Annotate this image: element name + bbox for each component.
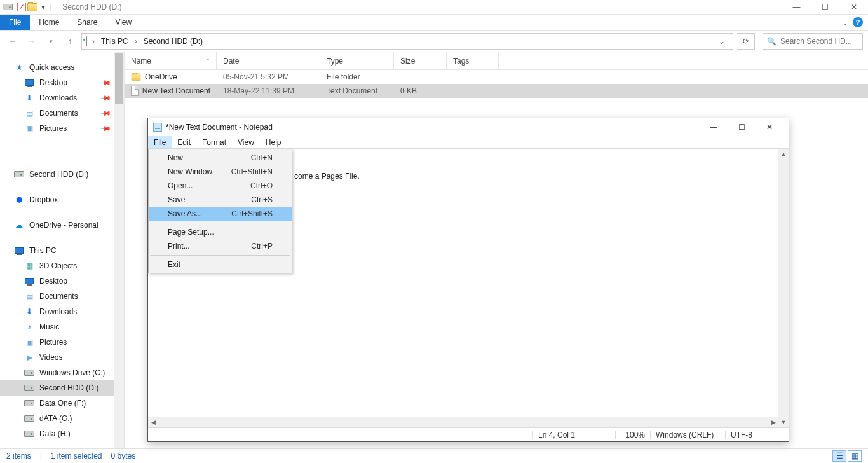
nav-label: Second HDD (D:) [29,170,88,179]
address-bar[interactable]: › This PC › Second HDD (D:) ⌄ [81,33,733,50]
column-size[interactable]: Size [394,52,447,69]
nav-label: Downloads [39,307,77,316]
nav-desktop-2[interactable]: Desktop [0,273,124,289]
menu-help[interactable]: Help [260,136,287,148]
nav-dropbox[interactable]: ⬢Dropbox [0,192,124,207]
file-row[interactable]: OneDrive 05-Nov-21 5:32 PM File folder [125,70,868,84]
refresh-button[interactable]: ⟳ [737,33,755,50]
ribbon: File Home Share View ⌄ ? [0,15,868,31]
menu-edit[interactable]: Edit [172,136,196,148]
drive-icon [14,169,24,179]
file-name: New Text Document [142,86,210,95]
scroll-left-icon[interactable]: ◀ [148,417,158,427]
folder-icon[interactable] [27,2,37,12]
nav-documents[interactable]: ▤Documents📌 [0,106,124,121]
nav-downloads-2[interactable]: ⬇Downloads [0,304,124,319]
chevron-right-icon[interactable]: › [132,37,140,46]
nav-pictures-2[interactable]: ▣Pictures [0,335,124,350]
pin-icon: 📌 [99,76,111,88]
nav-label: Documents [39,292,78,301]
address-dropdown-icon[interactable]: ⌄ [719,37,729,46]
close-button[interactable]: ✕ [839,0,868,15]
notepad-close-button[interactable]: ✕ [756,118,783,136]
scrollbar-thumb[interactable] [115,53,123,104]
nav-windows-drive[interactable]: Windows Drive (C:) [0,365,124,380]
scroll-down-icon[interactable]: ▼ [778,417,789,427]
ribbon-tab-view[interactable]: View [106,15,140,30]
nav-label: This PC [29,246,57,255]
drive-icon [3,2,13,12]
scroll-right-icon[interactable]: ▶ [768,417,778,427]
dropbox-icon: ⬢ [14,195,24,205]
chevron-right-icon[interactable]: › [90,37,97,46]
notepad-minimize-button[interactable]: — [700,118,728,136]
file-date: 05-Nov-21 5:32 PM [217,73,320,81]
notepad-content: come a Pages File. [153,153,783,181]
column-type[interactable]: Type [320,52,394,69]
help-icon[interactable]: ? [853,17,863,27]
desktop-icon [24,78,34,88]
explorer-titlebar: | ✓ ▾ | Second HDD (D:) — ☐ ✕ [0,0,868,15]
file-row[interactable]: New Text Document 18-May-22 11:39 PM Tex… [125,84,868,98]
vertical-scrollbar[interactable]: ▲▼ [778,149,789,427]
menu-view[interactable]: View [232,136,260,148]
nav-data-h[interactable]: Data (H:) [0,426,124,441]
up-button[interactable]: ↑ [62,34,78,49]
nav-quick-access[interactable]: ★Quick access [0,60,124,75]
nav-videos[interactable]: ▶Videos [0,350,124,365]
nav-label: Downloads [39,93,77,102]
nav-label: Windows Drive (C:) [39,368,105,377]
nav-music[interactable]: ♪Music [0,319,124,335]
nav-data-g[interactable]: dATA (G:) [0,411,124,426]
scroll-up-icon[interactable]: ▲ [778,149,789,159]
checkbox-icon[interactable]: ✓ [17,3,26,11]
drive-icon [24,429,34,439]
ribbon-tab-home[interactable]: Home [30,15,68,30]
nav-documents-2[interactable]: ▤Documents [0,289,124,304]
menu-file[interactable]: File [148,136,172,148]
nav-onedrive[interactable]: ☁OneDrive - Personal [0,218,124,233]
nav-label: dATA (G:) [39,414,72,423]
notepad-menubar: File Edit Format View Help NewCtrl+N New… [148,136,789,149]
ribbon-tab-file[interactable]: File [0,15,30,30]
nav-label: Data One (F:) [39,399,86,408]
drive-icon [24,383,34,393]
recent-locations-button[interactable]: ▾ [43,34,58,49]
maximize-button[interactable]: ☐ [811,0,839,15]
navpane-scrollbar[interactable] [114,52,124,448]
nav-label: 3D Objects [39,261,77,270]
nav-label: Second HDD (D:) [39,384,98,392]
nav-this-pc[interactable]: This PC [0,243,124,258]
forward-button[interactable]: → [24,34,39,49]
thumbnails-view-button[interactable]: ▦ [848,450,862,462]
qat-dropdown-icon[interactable]: ▾ [39,3,48,11]
navigation-pane: ★Quick access Desktop📌 ⬇Downloads📌 ▤Docu… [0,52,125,448]
notepad-titlebar[interactable]: *New Text Document - Notepad — ☐ ✕ [148,118,789,136]
nav-desktop[interactable]: Desktop📌 [0,75,124,90]
nav-data-one[interactable]: Data One (F:) [0,396,124,411]
status-item-count: 2 items [6,452,31,460]
menu-format[interactable]: Format [196,136,232,148]
column-date[interactable]: Date [217,52,320,69]
nav-3d-objects[interactable]: ▩3D Objects [0,258,124,273]
horizontal-scrollbar[interactable]: ◀▶ [148,417,778,427]
column-tags[interactable]: Tags [447,52,499,69]
ribbon-tab-share[interactable]: Share [68,15,106,30]
pin-icon: 📌 [99,107,111,119]
column-name[interactable]: Name˄ [125,52,217,69]
nav-second-hdd[interactable]: Second HDD (D:) [0,167,124,182]
nav-pictures[interactable]: ▣Pictures📌 [0,121,124,136]
search-box[interactable]: 🔍 Search Second HD... [763,33,863,50]
nav-second-hdd-2[interactable]: Second HDD (D:) [0,380,124,396]
ribbon-expand-icon[interactable]: ⌄ [843,19,848,26]
notepad-maximize-button[interactable]: ☐ [728,118,756,136]
minimize-button[interactable]: — [782,0,811,15]
nav-downloads[interactable]: ⬇Downloads📌 [0,90,124,106]
notepad-text-area[interactable]: come a Pages File. ▲▼ ◀▶ [148,149,789,427]
breadcrumb-this-pc[interactable]: This PC [100,37,130,46]
back-button[interactable]: ← [5,34,20,49]
documents-icon: ▤ [24,291,34,301]
breadcrumb-drive[interactable]: Second HDD (D:) [142,37,204,46]
notepad-icon [153,123,162,132]
details-view-button[interactable]: ☰ [832,450,846,462]
